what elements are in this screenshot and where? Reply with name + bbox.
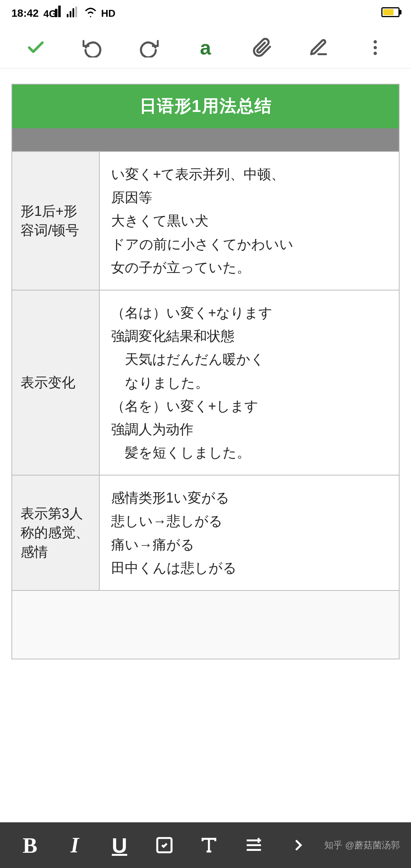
list-button[interactable] bbox=[235, 830, 273, 860]
attach-button[interactable] bbox=[247, 32, 277, 63]
svg-text:4G: 4G bbox=[43, 8, 57, 19]
svg-rect-2 bbox=[58, 6, 61, 17]
svg-point-7 bbox=[373, 40, 377, 43]
svg-point-8 bbox=[373, 46, 377, 49]
underline-button[interactable]: U bbox=[100, 830, 139, 860]
cell-right-row2: （名は）い変く+なります 強調変化結果和状態 天気はだんだん暖かく なりました。… bbox=[100, 290, 399, 475]
svg-rect-6 bbox=[75, 6, 77, 18]
main-content: 日语形1用法总结 形1后+形容词/顿号 い変く+て表示并列、中顿、 原因等 大き… bbox=[0, 69, 411, 667]
table-subheader bbox=[12, 128, 399, 151]
format-button[interactable] bbox=[190, 830, 228, 860]
bold-button[interactable]: B bbox=[11, 830, 49, 860]
battery-icon bbox=[381, 7, 400, 17]
undo-button[interactable] bbox=[77, 32, 108, 63]
toolbar: a bbox=[0, 27, 411, 69]
svg-rect-3 bbox=[67, 14, 68, 18]
check-button[interactable] bbox=[21, 32, 51, 63]
more-button[interactable] bbox=[360, 32, 390, 63]
checkbox-button[interactable] bbox=[145, 830, 183, 860]
cell-left-row2: 表示变化 bbox=[12, 290, 100, 475]
time-display: 18:42 bbox=[11, 7, 39, 19]
table-row: 表示第3人称的感觉、感情 感情类形1い変がる 悲しい→悲しがる 痛い→痛がる 田… bbox=[12, 475, 399, 590]
status-icons: 4G HD bbox=[43, 2, 116, 24]
next-button[interactable] bbox=[279, 830, 317, 860]
status-bar: 18:42 4G bbox=[0, 0, 411, 27]
cell-left-row3: 表示第3人称的感觉、感情 bbox=[12, 475, 100, 590]
cell-right-row3: 感情类形1い変がる 悲しい→悲しがる 痛い→痛がる 田中くんは悲しがる bbox=[100, 475, 399, 590]
pen-button[interactable] bbox=[303, 32, 334, 63]
network-icon: 4G bbox=[43, 2, 63, 24]
battery-fill bbox=[383, 9, 393, 15]
svg-rect-5 bbox=[72, 8, 74, 18]
bottom-toolbar: B I U 知乎 @蘑菇菌汤郭 bbox=[0, 822, 411, 868]
status-right bbox=[381, 7, 400, 19]
hd-label: HD bbox=[101, 8, 116, 19]
svg-point-9 bbox=[373, 51, 377, 55]
table-row-empty bbox=[12, 590, 399, 659]
redo-button[interactable] bbox=[134, 32, 164, 63]
svg-rect-4 bbox=[70, 11, 72, 18]
table-row: 表示变化 （名は）い変く+なります 強調変化結果和状態 天気はだんだん暖かく な… bbox=[12, 290, 399, 475]
cell-right-row1: い変く+て表示并列、中顿、 原因等 大きくて黒い犬 ドアの前に小さくてかわいい … bbox=[100, 152, 399, 290]
signal-icon bbox=[66, 5, 80, 21]
status-left: 18:42 4G bbox=[11, 2, 115, 24]
watermark: 知乎 @蘑菇菌汤郭 bbox=[324, 839, 400, 851]
table-header: 日语形1用法总结 bbox=[12, 85, 399, 128]
wifi-icon bbox=[83, 5, 98, 21]
table-row: 形1后+形容词/顿号 い変く+て表示并列、中顿、 原因等 大きくて黒い犬 ドアの… bbox=[12, 151, 399, 290]
font-button[interactable]: a bbox=[190, 32, 221, 63]
italic-button[interactable]: I bbox=[56, 830, 94, 860]
svg-rect-1 bbox=[55, 9, 57, 17]
main-table: 日语形1用法总结 形1后+形容词/顿号 い変く+て表示并列、中顿、 原因等 大き… bbox=[11, 84, 400, 659]
cell-left-row1: 形1后+形容词/顿号 bbox=[12, 152, 100, 290]
